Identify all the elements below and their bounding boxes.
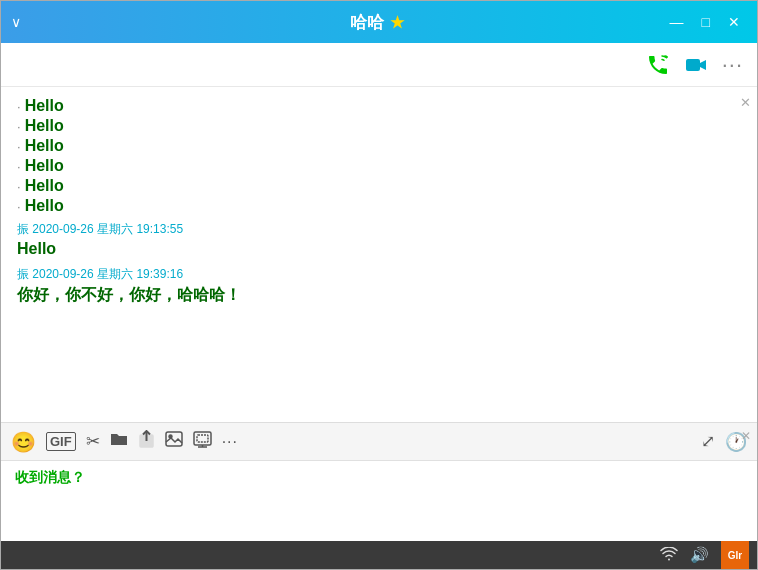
scissors-icon[interactable]: ✂ [86, 431, 100, 452]
svg-rect-6 [197, 435, 208, 442]
scroll-indicator-top: ✕ [740, 95, 751, 110]
svg-rect-3 [166, 432, 182, 446]
voice-call-button[interactable] [646, 53, 670, 77]
message-text: Hello [25, 197, 64, 215]
title-bar-center: 哈哈 ★ [350, 11, 404, 34]
image-icon[interactable] [165, 431, 183, 452]
avatar: GIr [721, 541, 749, 569]
input-toolbar-left: 😊 GIF ✂ [11, 430, 691, 454]
folder-icon[interactable] [110, 431, 128, 452]
expand-button[interactable]: ⤢ [701, 431, 715, 452]
status-bar: 🔊 GIr [1, 541, 757, 569]
svg-rect-0 [686, 59, 700, 71]
input-more-button[interactable]: ··· [222, 433, 238, 451]
upload-icon[interactable] [138, 430, 155, 453]
screen-capture-icon[interactable] [193, 431, 212, 453]
top-toolbar: ··· [1, 43, 757, 87]
list-item: · Hello [17, 177, 741, 195]
list-item: · Hello [17, 117, 741, 135]
list-item: · Hello [17, 197, 741, 215]
maximize-button[interactable]: □ [695, 12, 717, 32]
message-text: Hello [17, 240, 741, 258]
list-item: · Hello [17, 157, 741, 175]
input-toolbar: 😊 GIF ✂ [1, 423, 757, 461]
message-text: Hello [25, 117, 64, 135]
video-call-button[interactable] [684, 53, 708, 77]
svg-marker-1 [700, 60, 706, 70]
message-text: Hello [25, 137, 64, 155]
message-text: Hello [25, 97, 64, 115]
list-item: · Hello [17, 97, 741, 115]
window-controls: — □ ✕ [663, 12, 747, 32]
dropdown-icon[interactable]: ∨ [11, 14, 21, 30]
minimize-button[interactable]: — [663, 12, 691, 32]
title-bar: ∨ 哈哈 ★ — □ ✕ [1, 1, 757, 43]
gif-button[interactable]: GIF [46, 432, 76, 451]
window-title: 哈哈 [350, 11, 384, 34]
title-bar-left: ∨ [11, 13, 91, 31]
emoji-button[interactable]: 😊 [11, 430, 36, 454]
volume-icon: 🔊 [690, 546, 709, 564]
input-placeholder-text: 收到消息？ [15, 469, 743, 487]
wifi-icon [660, 547, 678, 564]
message-timestamp: 振 2020-09-26 星期六 19:39:16 [17, 266, 741, 283]
star-icon[interactable]: ★ [390, 13, 404, 32]
message-text: Hello [25, 177, 64, 195]
message-timestamp: 振 2020-09-26 星期六 19:13:55 [17, 221, 741, 238]
main-window: ∨ 哈哈 ★ — □ ✕ · [0, 0, 758, 570]
more-options-button[interactable]: ··· [722, 52, 743, 78]
message-text: 你好，你不好，你好，哈哈哈！ [17, 285, 741, 306]
message-text: Hello [25, 157, 64, 175]
scroll-indicator-bottom: ✕ [741, 429, 751, 443]
list-item: · Hello [17, 137, 741, 155]
avatar-text: GIr [728, 550, 742, 561]
input-area[interactable]: 收到消息？ [1, 461, 757, 541]
close-button[interactable]: ✕ [721, 12, 747, 32]
chat-area[interactable]: ✕ · Hello · Hello · Hello · Hello · Hell… [1, 87, 757, 423]
